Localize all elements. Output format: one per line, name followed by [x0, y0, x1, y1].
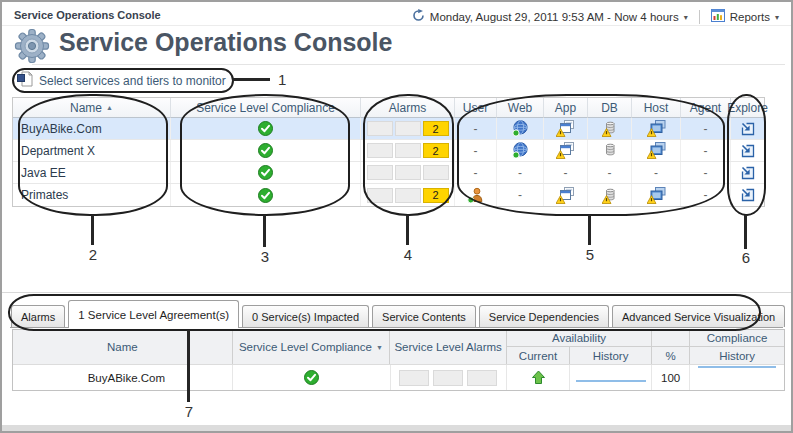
database-warning-icon: [588, 118, 632, 139]
user-status-none: -: [455, 140, 497, 161]
column-header-explore[interactable]: Explore: [731, 98, 764, 118]
tab-service-contents[interactable]: Service Contents: [372, 305, 476, 327]
database-warning-icon: [588, 184, 632, 206]
explore-drilldown-icon[interactable]: [731, 162, 764, 183]
person-icon: [455, 184, 497, 206]
callout-number-4: 4: [404, 246, 412, 263]
sla-table-row[interactable]: BuyABike.Com 100: [13, 364, 784, 390]
sla-column-header-current[interactable]: Current: [507, 347, 570, 364]
tab-0-service-s-impacted[interactable]: 0 Service(s) Impacted: [242, 305, 369, 327]
globe-icon: [497, 140, 544, 161]
sla-column-header-name[interactable]: Name: [13, 330, 233, 364]
topbar-actions: Monday, August 29, 2011 9:53 AM - Now 4 …: [412, 9, 779, 24]
services-table: Name▲ Service Level Compliance Alarms Us…: [12, 97, 765, 207]
dash: -: [518, 166, 522, 180]
select-services-link[interactable]: Select services and tiers to monitor: [39, 74, 226, 88]
topbar-underline: [2, 25, 791, 26]
group-header-blank: [652, 330, 690, 347]
explore-drilldown-icon[interactable]: [731, 118, 764, 139]
column-header-web[interactable]: Web: [497, 98, 544, 118]
column-header-name[interactable]: Name▲: [13, 98, 171, 118]
service-name[interactable]: BuyABike.Com: [13, 118, 171, 139]
detail-tabs: Alarms1 Service Level Agreement(s)0 Serv…: [11, 298, 788, 328]
explore-drilldown-icon[interactable]: [731, 140, 764, 161]
callout-number-3: 3: [261, 248, 269, 265]
host-monitor-warning-icon: [632, 184, 681, 206]
column-header-service-level-compliance[interactable]: Service Level Compliance: [171, 98, 361, 118]
callout-line-1: [232, 78, 270, 81]
agent-status-none: -: [681, 140, 731, 161]
group-header-availability: Availability: [507, 330, 652, 347]
callout-line-5: [588, 215, 591, 245]
service-row[interactable]: Department X2--: [13, 140, 764, 162]
warning-alarm-count[interactable]: 2: [423, 188, 449, 203]
sla-column-header-availability-history[interactable]: History: [570, 347, 652, 364]
gear-icon: [14, 28, 50, 68]
tab-advanced-service-visualization[interactable]: Advanced Service Visualization: [612, 305, 785, 327]
callout-line-4: [406, 215, 409, 245]
host-status-none: -: [632, 162, 681, 183]
alarm-cells: 2: [361, 140, 455, 161]
bottom-strip: [2, 425, 791, 431]
column-header-db[interactable]: DB: [588, 98, 632, 118]
reports-button[interactable]: Reports: [730, 11, 770, 23]
explore-drilldown-icon[interactable]: [731, 184, 764, 206]
breadcrumb[interactable]: Service Operations Console: [14, 9, 161, 21]
sla-table: Name Service Level Compliance▼ Service L…: [12, 329, 785, 391]
alarm-cells: 2: [361, 118, 455, 139]
alarm-count-empty: [395, 165, 421, 180]
tab-service-dependencies[interactable]: Service Dependencies: [479, 305, 609, 327]
time-range-caret-icon[interactable]: ▾: [684, 11, 688, 22]
column-header-user[interactable]: User: [455, 98, 497, 118]
sla-column-header-compliance-history[interactable]: History: [690, 347, 784, 364]
column-header-app[interactable]: App: [544, 98, 588, 118]
dash: -: [704, 166, 708, 180]
globe-icon: [497, 118, 544, 139]
host-monitor-warning-icon: [632, 118, 681, 139]
callout-line-2: [91, 215, 94, 245]
time-range-label[interactable]: Monday, August 29, 2011 9:53 AM - Now 4 …: [430, 11, 679, 23]
app-window-warning-icon: [544, 118, 588, 139]
alarm-count-empty: [423, 165, 449, 180]
warning-alarm-count[interactable]: 2: [423, 143, 449, 158]
db-status-none: -: [588, 162, 632, 183]
tab-alarms[interactable]: Alarms: [11, 305, 65, 327]
service-operations-console-window: Service Operations Console Monday, Augus…: [0, 0, 793, 433]
column-header-host[interactable]: Host: [632, 98, 681, 118]
sort-asc-icon: ▲: [106, 104, 113, 111]
callout-number-5: 5: [586, 246, 594, 263]
callout-number-6: 6: [742, 249, 750, 266]
database-icon: [588, 140, 632, 161]
sla-column-header-alarms[interactable]: Service Level Alarms: [390, 330, 507, 364]
alarm-count-empty: [367, 121, 393, 136]
callout-line-6: [744, 215, 747, 249]
alarm-count-empty: [433, 370, 463, 386]
sla-service-name[interactable]: BuyABike.Com: [13, 365, 233, 390]
sla-column-header-percent[interactable]: %: [652, 347, 690, 364]
service-row[interactable]: Java EE------: [13, 162, 764, 184]
service-name[interactable]: Java EE: [13, 162, 171, 183]
sla-column-header-compliance[interactable]: Service Level Compliance▼: [233, 330, 391, 364]
callout-number-7: 7: [185, 403, 193, 420]
dash: -: [518, 188, 522, 202]
compliance-history-sparkline: [690, 365, 784, 390]
green-check-icon: [171, 140, 361, 161]
service-name[interactable]: Department X: [13, 140, 171, 161]
column-header-agent[interactable]: Agent: [681, 98, 731, 118]
agent-status-none: -: [681, 118, 731, 139]
tab-1-service-level-agreement-s[interactable]: 1 Service Level Agreement(s): [68, 300, 239, 328]
availability-current-up-arrow-icon: [507, 365, 570, 390]
app-window-warning-icon: [544, 140, 588, 161]
warning-alarm-count[interactable]: 2: [423, 121, 449, 136]
service-name[interactable]: Primates: [13, 184, 171, 206]
title-underline: [32, 64, 785, 65]
dash: -: [704, 188, 708, 202]
pane-separator: [2, 292, 791, 293]
column-header-alarms[interactable]: Alarms: [361, 98, 455, 118]
service-builder-icon: [17, 71, 33, 91]
reports-caret-icon[interactable]: ▾: [775, 11, 779, 22]
service-row[interactable]: BuyABike.Com2--: [13, 118, 764, 140]
service-row[interactable]: Primates2--: [13, 184, 764, 206]
dash: -: [564, 166, 568, 180]
sort-desc-icon: ▼: [376, 344, 383, 351]
